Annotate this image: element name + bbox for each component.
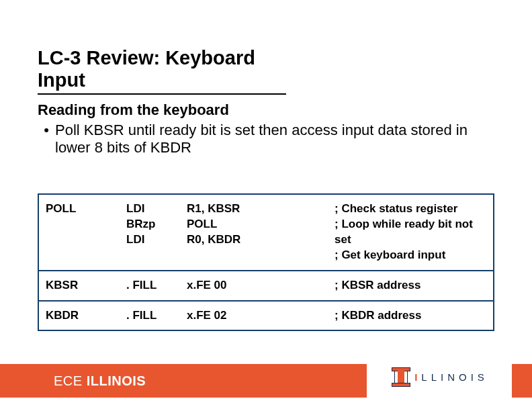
cell-operand: x.FE 02 [180, 301, 328, 331]
cell-comment: ; Check status register; Loop while read… [328, 194, 494, 271]
slide-title: LC-3 Review: Keyboard Input [38, 47, 286, 95]
cell-operand: R1, KBSRPOLLR0, KBDR [180, 194, 328, 271]
illinois-block-i-icon [394, 367, 408, 386]
cell-label: KBSR [38, 271, 120, 301]
cell-label: KBDR [38, 301, 120, 331]
cell-operand: x.FE 00 [180, 271, 328, 301]
table-row: POLL LDIBRzpLDI R1, KBSRPOLLR0, KBDR ; C… [38, 194, 494, 271]
footer-ece-thin: ECE [54, 373, 87, 388]
cell-opcode: . FILL [120, 271, 180, 301]
bullet-marker: • [38, 122, 55, 157]
bullet-item: • Poll KBSR until ready bit is set then … [38, 122, 494, 157]
footer-logo-text: ILLINOIS [414, 371, 488, 383]
bullet-text: Poll KBSR until ready bit is set then ac… [55, 122, 494, 157]
cell-label: POLL [38, 194, 120, 271]
logo-text-first-letter: I [414, 371, 421, 383]
table-row: KBSR . FILL x.FE 00 ; KBSR address [38, 271, 494, 301]
cell-opcode: LDIBRzpLDI [120, 194, 180, 271]
cell-opcode: . FILL [120, 301, 180, 331]
body-text: Reading from the keyboard • Poll KBSR un… [38, 101, 494, 157]
cell-comment: ; KBSR address [328, 271, 494, 301]
content-area: LC-3 Review: Keyboard Input Reading from… [0, 0, 532, 157]
code-table: POLL LDIBRzpLDI R1, KBSRPOLLR0, KBDR ; C… [38, 193, 494, 332]
table-row: KBDR . FILL x.FE 02 ; KBDR address [38, 301, 494, 331]
cell-comment: ; KBDR address [328, 301, 494, 331]
footer-logo: ILLINOIS [371, 356, 512, 398]
footer-ece-bold: ILLINOIS [87, 373, 146, 388]
logo-text-rest: LLINOIS [421, 371, 488, 383]
slide: LC-3 Review: Keyboard Input Reading from… [0, 0, 532, 411]
footer-ece-text: ECE ILLINOIS [54, 373, 146, 389]
footer: ECE ILLINOIS ILLINOIS [0, 364, 532, 398]
body-heading: Reading from the keyboard [38, 101, 494, 119]
